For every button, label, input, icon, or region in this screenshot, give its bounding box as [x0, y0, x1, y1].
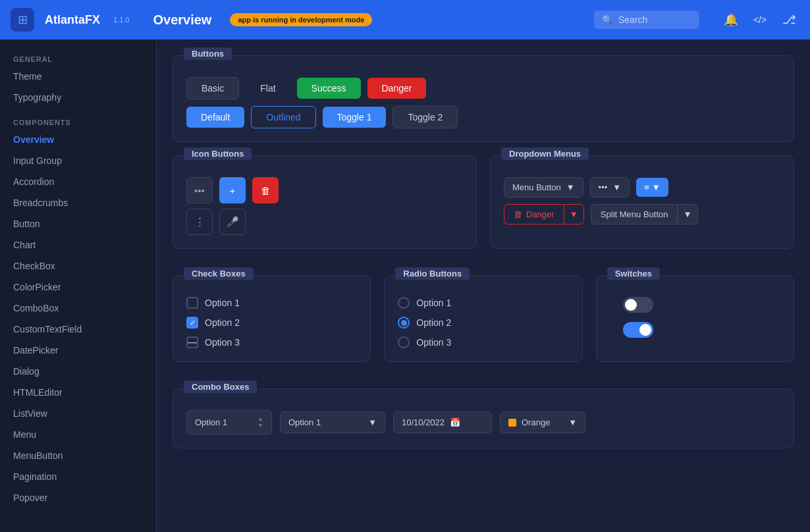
- spin-up-icon[interactable]: ▲: [257, 416, 263, 422]
- dropdown-menus-title: Dropdown Menus: [501, 147, 589, 160]
- checkbox-item-3[interactable]: — Option 3: [186, 336, 357, 348]
- sidebar-item-dialog[interactable]: Dialog: [0, 361, 156, 382]
- sidebar-item-combobox[interactable]: ComboBox: [0, 298, 156, 319]
- date-value: 10/10/2022: [402, 417, 445, 427]
- sidebar-item-customtextfield[interactable]: CustomTextField: [0, 319, 156, 340]
- list-dropdown-btn[interactable]: ≡ ▼: [636, 178, 668, 197]
- toggle2-button[interactable]: Toggle 2: [392, 106, 458, 128]
- mic-button[interactable]: 🎤: [219, 209, 246, 235]
- general-section-label: GENERAL: [0, 50, 156, 66]
- danger-split-arrow[interactable]: ▼: [564, 204, 584, 225]
- sidebar-item-checkbox[interactable]: CheckBox: [0, 255, 156, 277]
- flat-button[interactable]: Flat: [246, 78, 290, 99]
- chevron-down-icon-2: ▼: [612, 182, 621, 192]
- checkbox-3-box[interactable]: —: [186, 336, 198, 348]
- sidebar-item-overview[interactable]: Overview: [0, 129, 156, 150]
- sidebar-item-htmleditor[interactable]: HTMLEditor: [0, 382, 156, 403]
- sidebar-item-menubutton[interactable]: MenuButton: [0, 445, 156, 466]
- color-dot: [508, 419, 516, 427]
- dropdown-value: Option 1: [288, 417, 321, 427]
- buttons-section: Buttons Basic Flat Success Danger Defaul…: [173, 55, 794, 142]
- checkbox-2-box[interactable]: ✓: [186, 317, 198, 329]
- date-picker[interactable]: 10/10/2022 📅: [393, 412, 492, 433]
- sidebar-item-colorpicker[interactable]: ColorPicker: [0, 277, 156, 298]
- sidebar-item-typography[interactable]: Typography: [0, 87, 156, 108]
- icon-buttons-title: Icon Buttons: [184, 147, 252, 160]
- dots-dropdown-btn[interactable]: ••• ▼: [590, 177, 630, 198]
- dropdown-menus-section: Dropdown Menus Menu Button ▼ ••• ▼ ≡: [490, 155, 794, 249]
- color-chevron-icon: ▼: [568, 417, 577, 427]
- radio-item-3[interactable]: Option 3: [398, 336, 568, 348]
- dropdown-row-2: 🗑 Danger ▼ Split Menu Button ▼: [504, 204, 780, 225]
- sidebar: GENERAL Theme Typography COMPONENTS Over…: [0, 40, 157, 532]
- radio-2-circle[interactable]: [398, 317, 410, 329]
- radio-buttons-section: Radio Buttons Option 1 Option 2 Option 3: [384, 275, 582, 362]
- icon-btn-row-2: ⋮ 🎤: [186, 209, 463, 235]
- search-box[interactable]: 🔍 Search: [594, 11, 699, 29]
- code-icon[interactable]: </>: [749, 9, 770, 30]
- sidebar-item-pagination[interactable]: Pagination: [0, 466, 156, 487]
- calendar-icon: 📅: [450, 417, 460, 427]
- color-select[interactable]: Orange ▼: [500, 412, 585, 433]
- switches-section: Switches: [596, 275, 794, 362]
- dropdown-select[interactable]: Option 1 ▼: [280, 412, 385, 433]
- chevron-down-icon-3: ▼: [652, 182, 661, 192]
- danger-split-main[interactable]: 🗑 Danger: [504, 204, 564, 225]
- switches-title: Switches: [607, 267, 660, 280]
- checkbox-item-1[interactable]: Option 1: [186, 297, 357, 309]
- split-menu-main[interactable]: Split Menu Button: [591, 204, 678, 225]
- checkbox-1-box[interactable]: [186, 297, 198, 309]
- search-icon: 🔍: [602, 14, 613, 25]
- danger-button[interactable]: Danger: [367, 78, 427, 99]
- icon-dropdown-row: Icon Buttons ••• + 🗑 ⋮ 🎤 Dropdown Menus: [173, 155, 794, 262]
- sidebar-item-chart[interactable]: Chart: [0, 234, 156, 255]
- buttons-row-1: Basic Flat Success Danger: [186, 77, 780, 99]
- trash-button[interactable]: 🗑: [252, 177, 279, 203]
- outlined-button[interactable]: Outlined: [251, 106, 315, 128]
- radio-3-circle[interactable]: [398, 336, 410, 348]
- switch-1[interactable]: [623, 297, 653, 313]
- spin-down-icon[interactable]: ▼: [257, 423, 263, 429]
- radio-item-2[interactable]: Option 2: [398, 317, 568, 329]
- toggle1-button[interactable]: Toggle 1: [323, 107, 387, 128]
- switch-2-thumb: [639, 324, 651, 336]
- spinner-select[interactable]: Option 1 ▲ ▼: [186, 410, 272, 435]
- sidebar-item-input-group[interactable]: Input Group: [0, 150, 156, 171]
- success-button[interactable]: Success: [297, 78, 361, 99]
- menu-button-dropdown[interactable]: Menu Button ▼: [504, 177, 583, 198]
- sidebar-item-accordion[interactable]: Accordion: [0, 171, 156, 192]
- checkbox-3-label: Option 3: [205, 337, 240, 348]
- basic-button[interactable]: Basic: [186, 77, 239, 99]
- git-icon[interactable]: ⎇: [778, 9, 799, 30]
- sidebar-item-listview[interactable]: ListView: [0, 403, 156, 424]
- chevron-down-icon: ▼: [566, 182, 575, 192]
- icon-btn-row-1: ••• + 🗑: [186, 177, 463, 203]
- color-value: Orange: [522, 417, 550, 427]
- dev-mode-badge: app is running in development mode: [230, 13, 372, 26]
- dots-h-button[interactable]: •••: [186, 177, 213, 203]
- dropdown-chevron-icon: ▼: [368, 417, 377, 427]
- buttons-row-2: Default Outlined Toggle 1 Toggle 2: [186, 106, 780, 128]
- plus-button[interactable]: +: [219, 177, 246, 203]
- sidebar-item-theme[interactable]: Theme: [0, 66, 156, 87]
- combo-boxes-section: Combo Boxes Option 1 ▲ ▼ Option 1 ▼: [173, 388, 794, 448]
- radio-1-circle[interactable]: [398, 297, 410, 309]
- buttons-section-title: Buttons: [184, 47, 232, 60]
- checkbox-item-2[interactable]: ✓ Option 2: [186, 317, 357, 329]
- sidebar-item-menu[interactable]: Menu: [0, 424, 156, 445]
- sidebar-item-button[interactable]: Button: [0, 213, 156, 234]
- sidebar-item-popover[interactable]: Popover: [0, 487, 156, 508]
- switch-2[interactable]: [623, 322, 653, 338]
- sidebar-item-breadcrumbs[interactable]: Breadcrumbs: [0, 192, 156, 213]
- app-version: 1.1.0: [113, 16, 129, 24]
- dots-icon: •••: [599, 182, 608, 192]
- default-button[interactable]: Default: [186, 107, 244, 128]
- split-menu-arrow[interactable]: ▼: [677, 204, 697, 225]
- trash-icon-small: 🗑: [514, 209, 522, 219]
- split-menu-button: Split Menu Button ▼: [591, 204, 698, 225]
- sidebar-item-datepicker[interactable]: DatePicker: [0, 340, 156, 361]
- radio-item-1[interactable]: Option 1: [398, 297, 568, 309]
- dots-v-button[interactable]: ⋮: [186, 209, 213, 235]
- list-icon: ≡: [644, 182, 649, 192]
- notification-icon[interactable]: 🔔: [720, 9, 742, 30]
